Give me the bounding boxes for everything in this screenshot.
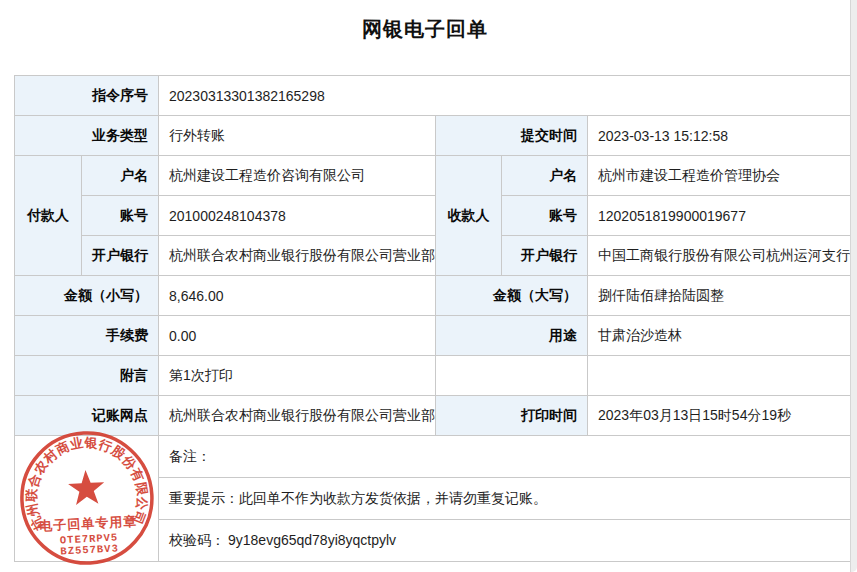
submit-time-value: 2023-03-13 15:12:58	[588, 116, 851, 156]
row-account-numbers: 账号 201000248104378 账号 120205181990001967…	[15, 196, 851, 236]
branch-value: 杭州联合农村商业银行股份有限公司营业部	[159, 396, 436, 436]
star-icon	[67, 469, 105, 505]
payee-name-value: 杭州市建设工程造价管理协会	[588, 156, 851, 196]
row-banks: 开户银行 杭州联合农村商业银行股份有限公司营业部 开户银行 中国工商银行股份有限…	[15, 236, 851, 276]
verify-code-value: 9y18evg65qd78yi8yqctpylv	[228, 532, 396, 548]
window-right-edge	[850, 0, 857, 572]
verify-code-cell: 校验码：9y18evg65qd78yi8yqctpylv	[159, 520, 851, 562]
row-fee-purpose: 手续费 0.00 用途 甘肃治沙造林	[15, 316, 851, 356]
payer-bank-value: 杭州联合农村商业银行股份有限公司营业部	[159, 236, 436, 276]
payer-account-label: 账号	[82, 196, 159, 236]
payee-group-label: 收款人	[436, 156, 502, 276]
print-time-value: 2023年03月13日15时54分19秒	[588, 396, 851, 436]
empty-value-cell	[588, 356, 851, 396]
empty-label-cell	[436, 356, 588, 396]
payer-group-label: 付款人	[15, 156, 82, 276]
verify-code-label: 校验码：	[169, 532, 225, 548]
amount-words-value: 捌仟陆佰肆拾陆圆整	[588, 276, 851, 316]
instruction-value: 20230313301382165298	[159, 76, 851, 116]
fee-label: 手续费	[15, 316, 159, 356]
notice-text: 重要提示：此回单不作为收款方发货依据，并请勿重复记账。	[159, 478, 851, 520]
postscript-value: 第1次打印	[159, 356, 436, 396]
row-biztype-submittime: 业务类型 行外转账 提交时间 2023-03-13 15:12:58	[15, 116, 851, 156]
submit-time-label: 提交时间	[436, 116, 588, 156]
instruction-label: 指令序号	[15, 76, 159, 116]
seal-code-line2: BZ557BV3	[60, 542, 119, 557]
payee-account-value: 1202051819900019677	[588, 196, 851, 236]
remark-text: 备注：	[159, 436, 851, 478]
fee-value: 0.00	[159, 316, 436, 356]
payer-bank-label: 开户银行	[82, 236, 159, 276]
row-postscript: 附言 第1次打印	[15, 356, 851, 396]
payer-name-value: 杭州建设工程造价咨询有限公司	[159, 156, 436, 196]
payee-name-label: 户名	[502, 156, 588, 196]
seal-title: 电子回单专用章	[39, 513, 138, 533]
biz-type-value: 行外转账	[159, 116, 436, 156]
payee-account-label: 账号	[502, 196, 588, 236]
purpose-value: 甘肃治沙造林	[588, 316, 851, 356]
purpose-label: 用途	[436, 316, 588, 356]
payer-account-value: 201000248104378	[159, 196, 436, 236]
bank-seal-stamp: 杭州联合农村商业银行股份有限公司 电子回单专用章 OTE7RPV5 BZ557B…	[6, 423, 168, 572]
payee-bank-label: 开户银行	[502, 236, 588, 276]
biz-type-label: 业务类型	[15, 116, 159, 156]
payer-name-label: 户名	[82, 156, 159, 196]
row-amounts: 金额（小写） 8,646.00 金额（大写） 捌仟陆佰肆拾陆圆整	[15, 276, 851, 316]
row-account-names: 付款人 户名 杭州建设工程造价咨询有限公司 收款人 户名 杭州市建设工程造价管理…	[15, 156, 851, 196]
amount-figures-label: 金额（小写）	[15, 276, 159, 316]
postscript-label: 附言	[15, 356, 159, 396]
payee-bank-value: 中国工商银行股份有限公司杭州运河支行	[588, 236, 851, 276]
print-time-label: 打印时间	[436, 396, 588, 436]
page-title: 网银电子回单	[0, 16, 850, 43]
amount-words-label: 金额（大写）	[436, 276, 588, 316]
row-instruction: 指令序号 20230313301382165298	[15, 76, 851, 116]
amount-figures-value: 8,646.00	[159, 276, 436, 316]
